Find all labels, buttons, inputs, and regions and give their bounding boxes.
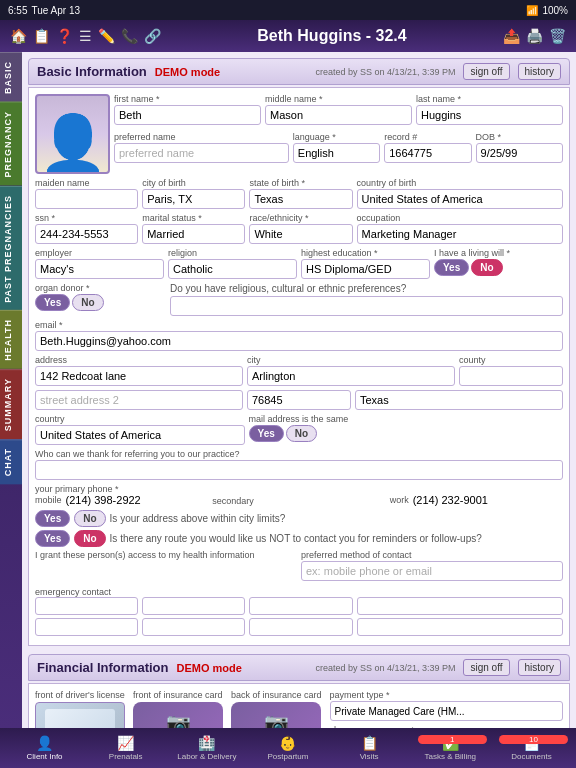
middle-name-value[interactable]: Mason	[265, 105, 412, 125]
history-button[interactable]: history	[518, 63, 561, 80]
email-value[interactable]: Beth.Huggins@yahoo.com	[35, 331, 563, 351]
city-value[interactable]: Arlington	[247, 366, 455, 386]
status-day: Tue Apr 13	[31, 5, 80, 16]
payment-type-value[interactable]: Private Managed Care (HM...	[330, 701, 563, 721]
city-birth-value[interactable]: Paris, TX	[142, 189, 245, 209]
last-name-value[interactable]: Huggins	[416, 105, 563, 125]
nav-client-info[interactable]: 👤 Client Info	[4, 735, 85, 761]
organ-donor-yes-button[interactable]: Yes	[35, 294, 70, 311]
take-photo-front-button[interactable]: 📷 TakePhoto	[133, 702, 223, 728]
city-limits-yes-button[interactable]: Yes	[35, 510, 70, 527]
education-value[interactable]: HS Diploma/GED	[301, 259, 430, 279]
country-birth-value[interactable]: United States of America	[357, 189, 563, 209]
referral-field: Who can we thank for referring you to ou…	[35, 449, 563, 480]
help-icon[interactable]: ❓	[56, 28, 73, 44]
nav-visits[interactable]: 📋 Visits	[329, 735, 410, 761]
nav-documents[interactable]: 📄 Documents 10	[491, 735, 572, 761]
emerg1-relation-input[interactable]: Boy friend	[249, 597, 352, 615]
country-value[interactable]: United States of America	[35, 425, 245, 445]
emerg1-phone-input[interactable]: (972) 322-2321	[142, 597, 245, 615]
driver-license-photo[interactable]: 🪪	[35, 702, 125, 728]
zip-value[interactable]: 76845	[247, 390, 351, 410]
organ-donor-no-button[interactable]: No	[72, 294, 103, 311]
county-label: county	[459, 355, 563, 365]
ssn-value[interactable]: 244-234-5553	[35, 224, 138, 244]
maiden-name-field: maiden name	[35, 178, 138, 209]
sidebar-tab-chat[interactable]: CHAT	[0, 439, 22, 484]
postpartum-icon: 👶	[279, 735, 296, 751]
emerg1-name-input[interactable]: Jason	[35, 597, 138, 615]
dob-field: DOB * 9/25/99	[476, 132, 563, 163]
link-icon[interactable]: 🔗	[144, 28, 161, 44]
contact-yes-button[interactable]: Yes	[35, 530, 70, 547]
state-value[interactable]: Texas	[355, 390, 563, 410]
financial-history-button[interactable]: history	[518, 659, 561, 676]
first-name-field: first name * Beth	[114, 94, 261, 125]
state-birth-value[interactable]: Texas	[249, 189, 352, 209]
street-address2-value[interactable]: street address 2	[35, 390, 243, 410]
contact-row: Yes No Is there any route you would like…	[35, 530, 563, 547]
nav-postpartum[interactable]: 👶 Postpartum	[247, 735, 328, 761]
mail-same-yes-button[interactable]: Yes	[249, 425, 284, 442]
phone-icon[interactable]: 📞	[121, 28, 138, 44]
financial-sign-off-button[interactable]: sign off	[463, 659, 509, 676]
contact-no-button[interactable]: No	[74, 530, 105, 547]
share-icon[interactable]: 📤	[503, 28, 520, 44]
first-name-value[interactable]: Beth	[114, 105, 261, 125]
menu-icon[interactable]: ☰	[79, 28, 92, 44]
preferred-contact-value[interactable]: ex: mobile phone or email	[301, 561, 563, 581]
tasks-icon[interactable]: 📋	[33, 28, 50, 44]
preferred-name-value[interactable]: preferred name	[114, 143, 289, 163]
trash-icon[interactable]: 🗑️	[549, 28, 566, 44]
ethnic-prefs-value[interactable]	[170, 296, 563, 316]
sidebar-tab-pregnancy[interactable]: PREGNANCY	[0, 102, 22, 186]
sign-off-button[interactable]: sign off	[463, 63, 509, 80]
religion-value[interactable]: Catholic	[168, 259, 297, 279]
race-ethnicity-value[interactable]: White	[249, 224, 352, 244]
home-icon[interactable]: 🏠	[10, 28, 27, 44]
sidebar-tab-health[interactable]: HEALTH	[0, 310, 22, 369]
work-phone-col: work (214) 232-9001	[390, 494, 563, 506]
nav-labor-delivery[interactable]: 🏥 Labor & Delivery	[166, 735, 247, 761]
address-value[interactable]: 142 Redcoat lane	[35, 366, 243, 386]
employer-value[interactable]: Macy's	[35, 259, 164, 279]
birth-row: maiden name city of birth Paris, TX stat…	[35, 178, 563, 209]
language-value[interactable]: English	[293, 143, 380, 163]
living-will-no-button[interactable]: No	[471, 259, 502, 276]
prenatals-icon: 📈	[117, 735, 134, 751]
postpartum-label: Postpartum	[268, 752, 309, 761]
sidebar-tab-basic[interactable]: BASIC	[0, 52, 22, 102]
emerg1-cell-input[interactable]: that is their cell number	[357, 597, 563, 615]
city-limits-no-button[interactable]: No	[74, 510, 105, 527]
sidebar-tab-past-pregnancies[interactable]: PAST PREGNANCIES	[0, 186, 22, 311]
camera-icon-back: 📷	[264, 711, 289, 728]
work-phone-value[interactable]: (214) 232-9001	[413, 494, 563, 506]
record-value[interactable]: 1664775	[384, 143, 471, 163]
emerg2-phone-input[interactable]: (422) 433-3466	[142, 618, 245, 636]
take-photo-back-button[interactable]: 📷 TakePhoto	[231, 702, 321, 728]
referral-value[interactable]	[35, 460, 563, 480]
marital-status-value[interactable]: Married	[142, 224, 245, 244]
living-will-yes-button[interactable]: Yes	[434, 259, 469, 276]
primary-phone-row: mobile (214) 398-2922	[35, 494, 208, 506]
emerg2-cell-input[interactable]: she lives out of state	[357, 618, 563, 636]
nav-tasks-billing[interactable]: ✅ Tasks & Billing 1	[410, 735, 491, 761]
dob-value[interactable]: 9/25/99	[476, 143, 563, 163]
nav-prenatals[interactable]: 📈 Prenatals	[85, 735, 166, 761]
sidebar-tab-summary[interactable]: SUMMARY	[0, 369, 22, 439]
edit-icon[interactable]: ✏️	[98, 28, 115, 44]
print-icon[interactable]: 🖨️	[526, 28, 543, 44]
wifi-icon: 📶	[526, 5, 538, 16]
mail-same-no-button[interactable]: No	[286, 425, 317, 442]
county-value[interactable]	[459, 366, 563, 386]
state-field: Texas	[355, 390, 563, 410]
maiden-name-value[interactable]	[35, 189, 138, 209]
primary-phone-value[interactable]: (214) 398-2922	[66, 494, 209, 506]
organ-donor-field: organ donor * Yes No	[35, 283, 166, 311]
emerg2-name-input[interactable]: Darlene Baker	[35, 618, 138, 636]
emerg2-relation-input[interactable]: Mother	[249, 618, 352, 636]
name-row: 👤 first name * Beth middle name * Mason	[35, 94, 563, 174]
content-area[interactable]: Basic Information DEMO mode created by S…	[22, 52, 576, 728]
occupation-value[interactable]: Marketing Manager	[357, 224, 563, 244]
employer-field: employer Macy's	[35, 248, 164, 279]
